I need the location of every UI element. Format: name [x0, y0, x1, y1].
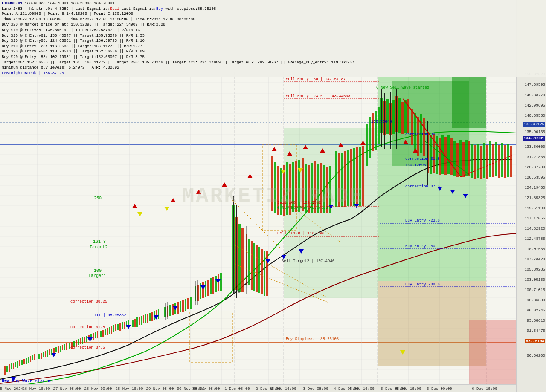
price-current: 134.70901 [523, 136, 545, 141]
info-line-12: minimum_distance_buy_levels: 5.24972 | A… [2, 65, 544, 71]
svg-rect-128 [147, 314, 148, 323]
price-147: 147.69595 [524, 83, 545, 87]
svg-rect-97 [80, 338, 81, 344]
price-98: 98.36880 [527, 298, 545, 303]
svg-rect-108 [105, 329, 106, 335]
svg-rect-173 [261, 249, 263, 294]
svg-rect-261 [495, 142, 497, 176]
svg-rect-142 [180, 301, 181, 312]
svg-rect-112 [113, 325, 114, 332]
time-label-3: 27 Nov 08:00 [53, 387, 81, 391]
svg-text:correction 61.8: correction 61.8 [70, 325, 105, 329]
svg-text:Sell Entry -50 | 147.57787: Sell Entry -50 | 147.57787 [286, 77, 346, 81]
info-line-4: Buy %20 @ Market price or at: 130.12096 … [2, 22, 544, 28]
svg-rect-159 [220, 273, 222, 291]
svg-rect-236 [423, 118, 425, 156]
svg-rect-96 [78, 339, 79, 345]
svg-rect-153 [205, 281, 206, 297]
price-131: 131.21865 [524, 155, 545, 159]
svg-rect-133 [158, 309, 159, 319]
svg-text:correction 61.8: correction 61.8 [405, 157, 440, 161]
svg-rect-103 [93, 333, 94, 340]
svg-rect-72 [23, 359, 25, 364]
svg-rect-80 [43, 352, 44, 357]
svg-rect-110 [109, 327, 110, 334]
svg-rect-59 [262, 145, 296, 230]
svg-rect-117 [124, 322, 125, 329]
svg-rect-76 [32, 355, 33, 360]
svg-rect-214 [372, 113, 374, 151]
svg-rect-170 [253, 243, 255, 291]
price-110: 110.07555 [524, 247, 545, 251]
svg-rect-245 [447, 135, 450, 174]
svg-rect-99 [84, 337, 85, 343]
svg-rect-71 [21, 360, 23, 365]
main-chart: Sell Entry -50 | 147.57787 Sell Entry -2… [0, 72, 516, 384]
svg-rect-124 [139, 317, 140, 325]
svg-rect-168 [248, 239, 250, 285]
svg-rect-78 [38, 354, 40, 359]
svg-rect-109 [107, 328, 108, 335]
price-119: 119.51190 [524, 206, 545, 210]
svg-rect-90 [64, 344, 65, 350]
svg-rect-260 [492, 144, 494, 177]
svg-text:correction 87.5: correction 87.5 [405, 184, 440, 189]
svg-text:Buy Entry -88.6: Buy Entry -88.6 [405, 282, 440, 287]
info-line-8: Buy %10 @ Entry -23: 116.6583 || Target:… [2, 44, 544, 49]
svg-rect-98 [82, 337, 83, 344]
svg-rect-228 [401, 102, 404, 134]
price-121: 121.85325 [524, 196, 545, 200]
svg-rect-82 [47, 350, 48, 357]
svg-rect-207 [356, 147, 358, 206]
svg-rect-204 [347, 150, 349, 206]
chart-container: LTCUSD.H1 133.60028 134.70901 133.26898 … [0, 0, 546, 392]
new-buy-wave-label: New Buy Wave started [2, 379, 53, 383]
svg-rect-67 [13, 363, 14, 369]
info-line-6: Buy %10 @ C_Entry61: 130.40547 || Target… [2, 33, 544, 39]
svg-rect-115 [119, 323, 121, 331]
price-103: 103.05150 [524, 278, 545, 282]
svg-rect-152 [202, 282, 204, 298]
price-126: 126.53595 [524, 176, 545, 180]
svg-rect-258 [486, 145, 488, 179]
svg-text:correction 38.2: correction 38.2 [405, 133, 440, 137]
time-label-12: 3 Dec 08:00 [303, 387, 328, 391]
svg-rect-116 [122, 322, 123, 329]
svg-rect-208 [359, 147, 361, 206]
svg-rect-156 [212, 277, 214, 294]
svg-rect-206 [353, 148, 355, 206]
price-135: 135.90135 [524, 130, 545, 134]
svg-text:111 | 98.05362: 111 | 98.05362 [94, 313, 126, 317]
svg-rect-262 [498, 145, 500, 178]
time-label-18: 6 Dec 16:00 [472, 387, 497, 391]
svg-rect-81 [45, 351, 46, 357]
svg-rect-230 [407, 99, 410, 133]
svg-rect-66 [11, 363, 12, 369]
svg-rect-91 [66, 343, 67, 350]
price-142: 142.99695 [524, 104, 545, 108]
svg-rect-73 [26, 358, 27, 364]
svg-rect-127 [145, 314, 146, 323]
info-line-9: Buy %20 @ Entry -50: 110.78573 || Target… [2, 49, 544, 55]
svg-text:138.36848: 138.36848 [371, 120, 392, 124]
svg-rect-263 [501, 143, 503, 177]
svg-rect-105 [97, 331, 98, 338]
svg-rect-88 [60, 346, 61, 352]
svg-text:correction 88.25: correction 88.25 [70, 300, 107, 304]
svg-text:Target2: Target2 [90, 245, 107, 250]
svg-rect-239 [430, 135, 432, 174]
svg-text:Buy Stoploss | 88.75108: Buy Stoploss | 88.75108 [286, 337, 339, 341]
svg-rect-251 [465, 140, 468, 176]
info-line-11: Target100: 152.36556 || Target 161: 166.… [2, 60, 544, 66]
svg-rect-224 [392, 100, 395, 134]
price-140: 140.65550 [524, 114, 545, 118]
svg-rect-174 [264, 251, 265, 296]
info-bar: LTCUSD.H1 133.60028 134.70901 133.26898 … [0, 0, 546, 77]
svg-rect-216 [378, 107, 380, 144]
svg-rect-250 [462, 142, 465, 177]
svg-rect-70 [19, 360, 20, 366]
svg-rect-164 [238, 224, 241, 292]
price-124: 124.19460 [524, 186, 545, 190]
time-label-6: 29 Nov 08:00 [146, 387, 174, 391]
svg-rect-205 [350, 149, 352, 206]
